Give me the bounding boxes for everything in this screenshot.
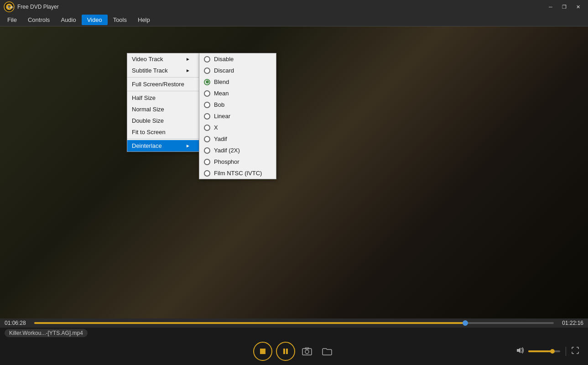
deinterlace-blend[interactable]: Blend xyxy=(199,76,276,88)
video-menu-half-size[interactable]: Half Size xyxy=(127,92,199,104)
app-title-text: Free DVD Player xyxy=(17,4,544,10)
video-dropdown-menu: Video Track ► Subtitle Track ► Full Scre… xyxy=(127,53,200,152)
video-menu-video-track[interactable]: Video Track ► xyxy=(127,53,199,65)
video-area: Video Track ► Subtitle Track ► Full Scre… xyxy=(0,26,588,332)
deinterlace-x[interactable]: X xyxy=(199,122,276,133)
menu-audio[interactable]: Audio xyxy=(55,15,81,25)
progress-track[interactable] xyxy=(34,322,554,324)
minimize-button[interactable]: ─ xyxy=(544,2,557,12)
app-logo: DVD xyxy=(4,1,15,12)
window-controls: ─ ❐ ✕ xyxy=(544,2,584,12)
svg-rect-4 xyxy=(260,349,265,354)
time-current: 01:06:28 xyxy=(5,320,30,326)
pause-button[interactable] xyxy=(276,342,295,361)
radio-mean xyxy=(204,90,210,97)
menu-tools[interactable]: Tools xyxy=(108,15,132,25)
stop-button[interactable] xyxy=(253,342,272,361)
svg-rect-7 xyxy=(302,349,312,355)
video-background xyxy=(0,26,588,332)
volume-icon[interactable] xyxy=(516,347,525,355)
radio-x xyxy=(204,125,210,131)
center-controls xyxy=(253,342,335,361)
control-bar: 01:06:28 01:22:16 Killer.Workou...-[YTS.… xyxy=(0,318,588,365)
radio-disable xyxy=(204,56,210,63)
radio-phosphor xyxy=(204,159,210,165)
deinterlace-film-ntsc[interactable]: Film NTSC (IVTC) xyxy=(199,167,276,179)
video-menu-normal-size[interactable]: Normal Size xyxy=(127,104,199,115)
video-menu-fit-to-screen[interactable]: Fit to Screen xyxy=(127,126,199,138)
deinterlace-submenu: Disable Discard Blend Mean Bob Linear X xyxy=(199,53,276,179)
svg-text:DVD: DVD xyxy=(8,6,14,9)
folder-button[interactable] xyxy=(319,343,335,360)
radio-blend xyxy=(204,79,210,85)
deinterlace-disable[interactable]: Disable xyxy=(199,53,276,65)
progress-container: 01:06:28 01:22:16 xyxy=(0,318,588,328)
controls-row xyxy=(0,339,588,364)
svg-marker-10 xyxy=(517,348,520,353)
video-menu-double-size[interactable]: Double Size xyxy=(127,115,199,126)
progress-fill xyxy=(34,322,465,324)
deinterlace-discard[interactable]: Discard xyxy=(199,65,276,76)
svg-rect-6 xyxy=(286,349,288,354)
deinterlace-bob[interactable]: Bob xyxy=(199,99,276,110)
radio-film-ntsc xyxy=(204,170,210,177)
video-menu-deinterlace[interactable]: Deinterlace ► xyxy=(127,140,199,151)
deinterlace-yadif-2x[interactable]: Yadif (2X) xyxy=(199,145,276,156)
radio-discard xyxy=(204,68,210,74)
separator-1 xyxy=(127,77,199,78)
menu-file[interactable]: File xyxy=(2,15,22,25)
radio-bob xyxy=(204,102,210,108)
video-menu-fullscreen[interactable]: Full Screen/Restore xyxy=(127,78,199,90)
volume-separator xyxy=(566,347,566,356)
restore-button[interactable]: ❐ xyxy=(558,2,571,12)
menu-controls[interactable]: Controls xyxy=(22,15,55,25)
close-button[interactable]: ✕ xyxy=(572,2,584,12)
fullscreen-button[interactable] xyxy=(572,347,579,356)
radio-linear xyxy=(204,113,210,120)
right-controls xyxy=(516,347,579,356)
radio-yadif-2x xyxy=(204,147,210,154)
filename-badge: Killer.Workou...-[YTS.AG].mp4 xyxy=(5,329,88,337)
separator-2 xyxy=(127,91,199,91)
filename-bar: Killer.Workou...-[YTS.AG].mp4 xyxy=(0,328,588,339)
menu-video[interactable]: Video xyxy=(82,15,108,25)
screenshot-button[interactable] xyxy=(299,343,315,360)
video-menu-subtitle-track[interactable]: Subtitle Track ► xyxy=(127,65,199,76)
svg-rect-5 xyxy=(283,349,285,354)
menu-bar: File Controls Audio Video Tools Help xyxy=(0,14,588,26)
volume-thumb xyxy=(550,349,555,354)
deinterlace-phosphor[interactable]: Phosphor xyxy=(199,156,276,167)
title-bar: DVD Free DVD Player ─ ❐ ✕ xyxy=(0,0,588,14)
volume-track[interactable] xyxy=(528,350,560,352)
radio-yadif xyxy=(204,136,210,142)
time-total: 01:22:16 xyxy=(558,320,583,326)
progress-thumb xyxy=(463,320,468,326)
volume-fill xyxy=(528,350,552,352)
deinterlace-linear[interactable]: Linear xyxy=(199,110,276,122)
menu-help[interactable]: Help xyxy=(132,15,156,25)
deinterlace-mean[interactable]: Mean xyxy=(199,88,276,99)
separator-3 xyxy=(127,139,199,139)
deinterlace-yadif[interactable]: Yadif xyxy=(199,133,276,145)
svg-point-8 xyxy=(305,350,309,354)
